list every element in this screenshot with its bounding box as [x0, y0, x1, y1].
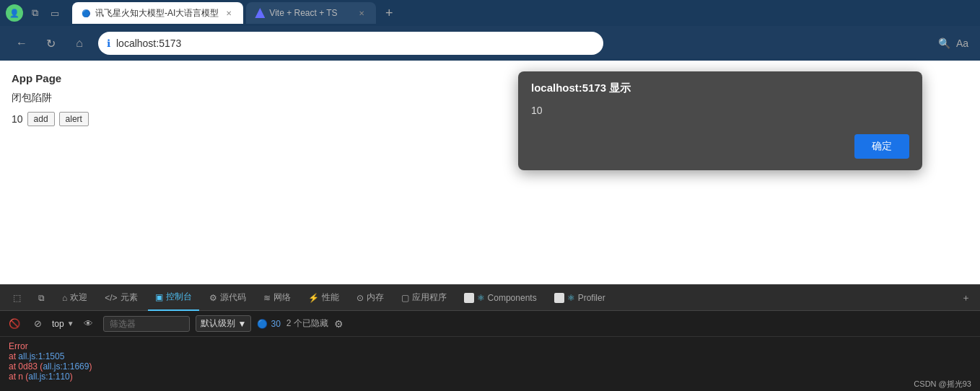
line2-prefix: at 0d83 ( [9, 361, 43, 372]
components-color-swatch [464, 293, 474, 303]
alert-overlay: localhost:5173 显示 10 确定 [0, 61, 980, 284]
devtools-tab-inspect[interactable]: ⬚ [6, 285, 28, 311]
url-text: localhost:5173 [116, 38, 595, 49]
performance-label: 性能 [322, 291, 339, 304]
devtools-panel: ⬚ ⧉ ⌂ 欢迎 </> 元素 ▣ 控制台 ⚙ 源代码 ≋ 网络 ⚡ 性能 [0, 284, 980, 391]
devtools-tab-components[interactable]: ⚛ Components [457, 285, 544, 311]
context-dropdown-icon: ▼ [67, 320, 74, 328]
level-selector[interactable]: 默认级别 ▼ [196, 315, 252, 332]
tab2-favicon [255, 8, 265, 18]
tab-active[interactable]: 🔵 讯飞星火知大模型-AI大语言模型 ✕ [72, 2, 243, 24]
application-label: 应用程序 [412, 291, 447, 304]
devtools-tab-welcome[interactable]: ⌂ 欢迎 [55, 285, 95, 311]
minimize-btn[interactable]: ▭ [46, 4, 64, 22]
tab1-label: 讯飞星火知大模型-AI大语言模型 [95, 7, 219, 19]
inspect-icon: ⬚ [13, 293, 21, 303]
address-bar: ← ↻ ⌂ ℹ localhost:5173 🔍 Aa [0, 26, 980, 61]
console-error-line-3: at n (all.js:1:110) [9, 372, 971, 382]
welcome-icon: ⌂ [62, 293, 67, 303]
welcome-label: 欢迎 [70, 291, 87, 304]
line3-link[interactable]: all.js:1:110 [28, 372, 69, 382]
devtools-tab-device[interactable]: ⧉ [31, 285, 52, 311]
context-selector[interactable]: top ▼ [52, 319, 74, 329]
tab-list-btn[interactable]: ⧉ [26, 4, 43, 22]
devtools-add-btn[interactable]: ＋ [957, 289, 974, 307]
elements-icon: </> [105, 293, 117, 303]
console-error-line-0: Error [9, 341, 971, 351]
tab2-label: Vite + React + TS [269, 8, 351, 18]
devtools-tab-bar: ⬚ ⧉ ⌂ 欢迎 </> 元素 ▣ 控制台 ⚙ 源代码 ≋ 网络 ⚡ 性能 [0, 285, 980, 311]
application-icon: ▢ [401, 293, 409, 303]
console-error-line-1: at all.js:1:1505 [9, 351, 971, 361]
eye-btn[interactable]: 👁 [80, 315, 97, 333]
network-label: 网络 [274, 291, 291, 304]
new-tab-button[interactable]: + [379, 3, 399, 23]
memory-label: 内存 [367, 291, 384, 304]
profile-avatar: 👤 [6, 4, 23, 22]
error-count-text: 30 [271, 319, 280, 329]
devtools-tab-memory[interactable]: ⊙ 内存 [349, 285, 391, 311]
tab1-close[interactable]: ✕ [223, 7, 235, 19]
tab-bar: 👤 ⧉ ▭ 🔵 讯飞星火知大模型-AI大语言模型 ✕ Vite + React … [0, 0, 980, 26]
profiler-color-swatch [554, 293, 564, 303]
error-text: Error [9, 341, 28, 351]
browser-control-icons: 👤 ⧉ ▭ [6, 4, 64, 22]
console-output: Error at all.js:1:1505 at 0d83 (all.js:1… [0, 337, 980, 386]
alert-ok-button[interactable]: 确定 [854, 134, 909, 159]
components-label: Components [488, 293, 537, 303]
device-icon: ⧉ [38, 293, 45, 303]
sources-icon: ⚙ [209, 293, 217, 303]
devtools-tab-console[interactable]: ▣ 控制台 [148, 285, 199, 311]
alert-body: 10 [518, 101, 922, 128]
console-error-line-2: at 0d83 (all.js:1:1669) [9, 361, 971, 372]
line3-suffix: ) [70, 372, 73, 382]
performance-icon: ⚡ [308, 293, 319, 303]
error-count-badge[interactable]: 🔵 30 [257, 319, 280, 329]
devtools-tab-network[interactable]: ≋ 网络 [256, 285, 298, 311]
context-label: top [52, 319, 64, 329]
react-icon-profiler: ⚛ [567, 293, 575, 303]
devtools-tab-performance[interactable]: ⚡ 性能 [301, 285, 346, 311]
line2-suffix: ) [89, 361, 92, 372]
home-button[interactable]: ⌂ [69, 33, 89, 53]
reload-button[interactable]: ↻ [40, 33, 61, 53]
network-icon: ≋ [263, 293, 271, 303]
filter-input[interactable] [103, 316, 190, 332]
url-bar[interactable]: ℹ localhost:5173 [98, 32, 603, 55]
sources-label: 源代码 [220, 291, 246, 304]
console-settings-icon[interactable]: ⚙ [334, 318, 344, 330]
devtools-tab-application[interactable]: ▢ 应用程序 [394, 285, 454, 311]
line3-prefix: at n ( [9, 372, 28, 382]
security-icon: ℹ [107, 38, 110, 49]
elements-label: 元素 [121, 291, 138, 304]
browser-chrome: 👤 ⧉ ▭ 🔵 讯飞星火知大模型-AI大语言模型 ✕ Vite + React … [0, 0, 980, 61]
read-aloud-icon[interactable]: Aa [956, 38, 968, 49]
zoom-icon[interactable]: 🔍 [938, 38, 950, 49]
clear-console-btn[interactable]: 🚫 [6, 315, 23, 333]
alert-origin: localhost:5173 显示 [531, 82, 631, 94]
line2-link[interactable]: all.js:1:1669 [43, 361, 89, 372]
status-bar: CSDN @摇光93 [905, 377, 980, 391]
line1-link[interactable]: all.js:1:1505 [18, 351, 64, 361]
devtools-right-controls: ＋ [957, 289, 974, 307]
alert-dialog: localhost:5173 显示 10 确定 [518, 71, 922, 170]
react-icon-components: ⚛ [477, 293, 485, 303]
tab2-close[interactable]: ✕ [356, 7, 367, 19]
devtools-tab-sources[interactable]: ⚙ 源代码 [202, 285, 253, 311]
line1-prefix: at [9, 351, 18, 361]
level-label: 默认级别 [201, 317, 235, 330]
hidden-count-text: 2 个已隐藏 [286, 317, 328, 330]
block-btn[interactable]: ⊘ [29, 315, 46, 333]
devtools-tab-profiler[interactable]: ⚛ Profiler [547, 285, 613, 311]
main-area: App Page 闭包陷阱 10 add alert localhost:517… [0, 61, 980, 284]
alert-footer: 确定 [518, 128, 922, 170]
level-dropdown-icon: ▼ [238, 319, 247, 329]
tab-inactive[interactable]: Vite + React + TS ✕ [246, 2, 376, 24]
profiler-label: Profiler [578, 293, 605, 303]
console-toolbar: 🚫 ⊘ top ▼ 👁 默认级别 ▼ 🔵 30 2 个已隐藏 ⚙ [0, 311, 980, 337]
console-label: 控制台 [166, 291, 192, 303]
back-button[interactable]: ← [12, 33, 32, 53]
error-count-icon: 🔵 [257, 319, 268, 329]
devtools-tab-elements[interactable]: </> 元素 [97, 285, 144, 311]
alert-header: localhost:5173 显示 [518, 71, 922, 101]
